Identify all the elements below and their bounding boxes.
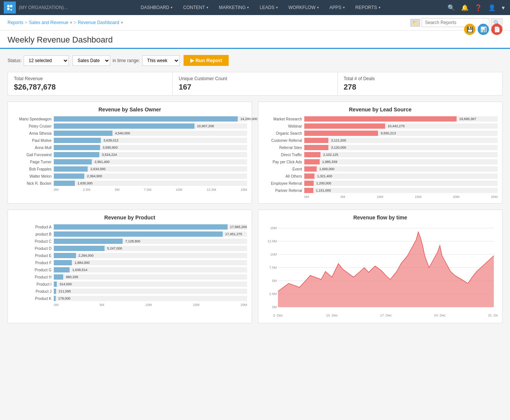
breadcrumb-arrow1: ▾ (70, 20, 72, 25)
unique-customers-value: 167 (179, 83, 331, 91)
bar-fill (54, 131, 112, 136)
nav-workflow[interactable]: WORKFLOW ▾ (283, 0, 324, 15)
bar-fill (304, 166, 317, 172)
bar-label: All Others (263, 174, 304, 178)
bar-fill (54, 296, 56, 301)
bar-axis: 0M5M10M15M20M (12, 303, 247, 307)
charts-row-1: Revenue by Sales Owner Mario Speedwagon1… (8, 102, 502, 204)
axis-label: 10M (176, 188, 182, 192)
app-logo[interactable] (4, 2, 16, 14)
svg-text:10. Dec: 10. Dec (326, 313, 338, 317)
status-select[interactable]: 12 selected (24, 55, 69, 66)
bar-fill (54, 166, 88, 172)
search-icon[interactable]: 🔍 (446, 3, 457, 13)
bar-value-label: 7,128,800 (124, 239, 140, 243)
bar-fill (54, 231, 223, 237)
breadcrumb-sep2: > (74, 20, 76, 25)
axis-label: 10M (145, 303, 152, 307)
bar-label: Pay per Click Ads (263, 160, 304, 164)
bar-label: Product K (12, 297, 54, 301)
nav-dashboard[interactable]: DASHBOARD ▾ (135, 0, 178, 15)
bar-value-label: 1,985,339 (321, 160, 337, 164)
breadcrumb-revenue-dashboard[interactable]: Revenue Dashboard (78, 20, 119, 25)
bar-value-label: 2,364,900 (86, 174, 102, 178)
axis-label: 15M (240, 188, 247, 192)
bar-value-label: 3,639,012 (102, 138, 118, 142)
bar-fill (54, 152, 99, 157)
bar-label: Partner Referral (263, 189, 304, 193)
bar-label: Product I (12, 282, 54, 286)
bar-value-label: 1,638,514 (71, 268, 87, 272)
axis-label: 5M (340, 195, 345, 199)
bar-container: 980,335 (54, 274, 247, 280)
bar-container: 10,442,275 (304, 123, 498, 129)
save-button[interactable]: 💾 (464, 24, 475, 35)
bar-value-label: 10,442,275 (387, 124, 405, 128)
bar-label: Market Research (263, 117, 304, 121)
bar-row: Customer Referral3,121,500 (263, 138, 498, 143)
bar-label: product B (12, 232, 54, 236)
svg-text:2.5M: 2.5M (269, 292, 277, 296)
bar-container: 1,321,400 (304, 173, 498, 179)
axis-label: 7.5M (144, 188, 151, 192)
nav-menu: DASHBOARD ▾ CONTENT ▾ MARKETING ▾ LEADS … (75, 0, 446, 15)
bar-container: 1,638,514 (54, 267, 247, 272)
bar-container: 1,884,000 (54, 260, 247, 265)
nav-leads[interactable]: LEADS ▾ (254, 0, 283, 15)
axis-label: 10M (377, 195, 384, 199)
bar-row: Product H980,335 (12, 274, 247, 280)
bar-container: 1,200,000 (304, 181, 498, 186)
bar-fill (304, 152, 320, 157)
owner-bar-chart: Mario Speedwagon14,280,000Petey Cruiser1… (12, 116, 247, 192)
bar-row: Paul Molive3,639,012 (12, 138, 247, 143)
bar-row: Market Research19,690,367 (263, 116, 498, 122)
date-filter-group: Sales Date in time range: This week (73, 55, 180, 66)
total-revenue-card: Total Revenue $26,787,678 (8, 72, 173, 95)
nav-reports[interactable]: REPORTS ▾ (350, 0, 386, 15)
bar-label: Petey Cruiser (12, 124, 54, 128)
axis-label: 5M (115, 188, 120, 192)
breadcrumb: Reports > Sales and Revenue ▾ > Revenue … (8, 20, 123, 25)
bar-row: Referral Sites3,120,000 (263, 145, 498, 150)
axis-label: 2.5M (83, 188, 90, 192)
notification-icon[interactable]: 🔔 (460, 3, 470, 13)
bar-fill (54, 246, 105, 251)
bar-fill (304, 181, 314, 186)
pdf-button[interactable]: 📄 (491, 24, 502, 35)
revenue-by-product-chart: Revenue by Product Product A17,965,200pr… (8, 210, 252, 323)
export-button[interactable]: 📊 (478, 24, 489, 35)
bar-fill (54, 145, 100, 150)
bar-container: 314,500 (54, 282, 247, 287)
bar-label: Product C (12, 239, 54, 243)
bar-value-label: 2,961,400 (93, 160, 109, 164)
bar-fill (304, 145, 328, 150)
nav-content[interactable]: CONTENT ▾ (178, 0, 214, 15)
axis-label: 12.5M (207, 188, 216, 192)
bar-value-label: 3,121,500 (330, 138, 346, 142)
page-title: Weekly Revenue Dashboard (8, 35, 113, 45)
nav-marketing[interactable]: MARKETING ▾ (214, 0, 254, 15)
bar-fill (304, 123, 385, 129)
org-label[interactable]: (MY ORGANIZATION)... (19, 5, 68, 10)
bar-axis: 0M5M10M15M20M25M (263, 195, 498, 199)
nav-apps[interactable]: APPS ▾ (324, 0, 350, 15)
bar-row: Petey Cruiser10,907,208 (12, 123, 247, 129)
bar-label: Product D (12, 247, 54, 251)
bar-container: 2,634,000 (54, 166, 247, 172)
settings-icon[interactable]: ▾ (500, 3, 506, 13)
run-report-button[interactable]: ▶ Run Report (184, 55, 229, 66)
total-revenue-value: $26,787,678 (14, 83, 166, 91)
breadcrumb-reports[interactable]: Reports (8, 20, 23, 25)
help-icon[interactable]: ❓ (473, 3, 484, 13)
product-bar-chart: Product A17,965,200product B17,451,275Pr… (12, 224, 247, 307)
user-icon[interactable]: 👤 (487, 3, 497, 13)
lead-bar-chart: Market Research19,690,367Webinar10,442,2… (263, 116, 498, 199)
breadcrumb-sales-revenue[interactable]: Sales and Revenue (29, 20, 68, 25)
bar-value-label: 3,524,224 (101, 153, 117, 157)
bar-fill (54, 274, 63, 280)
date-field-select[interactable]: Sales Date (73, 55, 110, 66)
bar-fill (304, 188, 313, 193)
bar-container: 2,284,000 (54, 253, 247, 258)
bar-value-label: 179,000 (57, 297, 71, 300)
time-range-select[interactable]: This week (142, 55, 180, 66)
